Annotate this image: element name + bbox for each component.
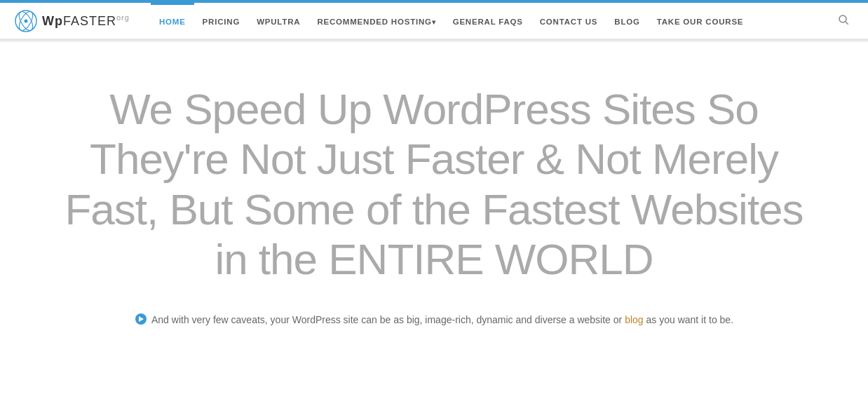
search-icon[interactable] (833, 15, 854, 27)
nav-home[interactable]: HOME (151, 3, 194, 39)
nav-take-our-course[interactable]: TAKE OUR COURSE (649, 3, 752, 39)
nav-general-faqs[interactable]: GENERAL FAQS (445, 3, 531, 39)
nav-wpultra[interactable]: WPULTRA (248, 3, 308, 39)
header: WpFASTERorg HOME PRICING WPULTRA RECOMME… (0, 3, 868, 39)
arrow-icon (135, 313, 147, 331)
nav-recommended-hosting[interactable]: RECOMMENDED HOSTING (308, 3, 444, 39)
nav-blog[interactable]: BLOG (606, 3, 648, 39)
nav-pricing[interactable]: PRICING (194, 3, 249, 39)
svg-line-5 (846, 22, 848, 25)
nav-contact-us[interactable]: CONTACT US (531, 3, 606, 39)
logo-org: org (116, 13, 130, 22)
hero-heading: We Speed Up WordPress Sites So They're N… (48, 84, 820, 284)
blog-link[interactable]: blog (625, 314, 643, 325)
svg-point-3 (25, 19, 28, 22)
subtext-block: And with very few caveats, your WordPres… (118, 312, 750, 331)
logo[interactable]: WpFASTERorg (14, 9, 130, 33)
subtext-text: And with very few caveats, your WordPres… (151, 312, 733, 327)
main-content: We Speed Up WordPress Sites So They're N… (0, 42, 868, 359)
logo-icon (14, 9, 38, 33)
main-nav: HOME PRICING WPULTRA RECOMMENDED HOSTING… (151, 3, 854, 39)
logo-wp: Wp (42, 14, 63, 28)
logo-faster: FASTER (63, 14, 116, 28)
